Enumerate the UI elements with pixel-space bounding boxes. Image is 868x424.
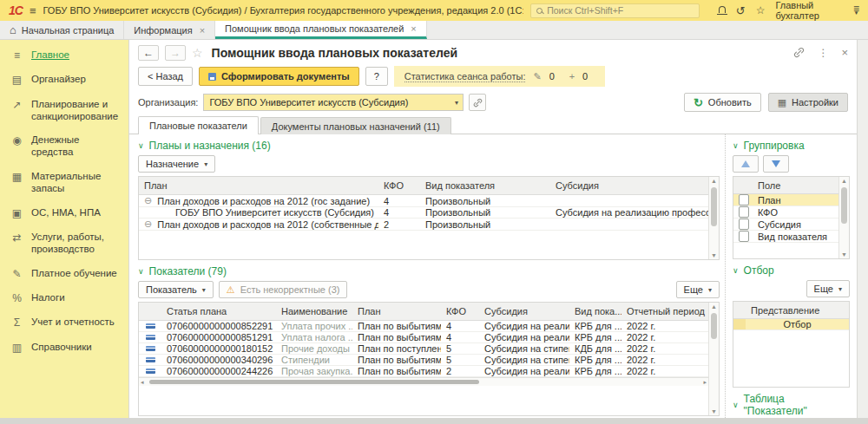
- indicator-cell: План по выбытиям (...: [352, 366, 441, 376]
- chevron-down-icon[interactable]: ▾: [450, 99, 463, 107]
- indicator-cell: КДБ для ...: [569, 343, 621, 354]
- back-arrow-button[interactable]: ←: [138, 45, 159, 61]
- checkbox-icon[interactable]: [739, 219, 749, 230]
- plans-section-header[interactable]: ∨ Планы и назначения (16): [138, 140, 720, 152]
- indicator-cell: План по выбытиям (...: [352, 355, 441, 365]
- plan-row[interactable]: ⊖План доходов и расходов на 2012 (гос за…: [139, 195, 708, 207]
- scroll-thumb[interactable]: [149, 380, 479, 384]
- sidebar-item[interactable]: ≡Главное: [0, 43, 128, 68]
- page-tab[interactable]: ⌂Начальная страница: [0, 21, 124, 39]
- indicator-cell: КРБ для ...: [569, 355, 621, 365]
- scroll-thumb[interactable]: [711, 187, 717, 226]
- get-link-icon[interactable]: [793, 47, 805, 58]
- indicator-row[interactable]: 07060000000000340296СтипендииПлан по выб…: [139, 355, 708, 366]
- sidebar-item[interactable]: ▦Материальные запасы: [0, 165, 128, 201]
- plans-table-header: ПланКФОВид показателяСубсидия: [139, 177, 708, 195]
- plans-vertical-scrollbar[interactable]: ▲ ▼: [708, 177, 719, 259]
- indicator-row[interactable]: 07060000000000851291Уплата налога ...Пла…: [139, 332, 708, 343]
- history-icon[interactable]: ↺: [736, 5, 746, 16]
- user-menu-icon[interactable]: ≡▾: [853, 6, 859, 15]
- column-header: КФО: [378, 180, 420, 191]
- content-tab[interactable]: Плановые показатели: [138, 116, 259, 134]
- page-tab[interactable]: Помощник ввода плановых показателей×: [215, 21, 427, 39]
- assignment-button[interactable]: Назначение▾: [138, 155, 215, 173]
- close-form-icon[interactable]: ×: [841, 46, 848, 59]
- checkbox-icon[interactable]: [739, 194, 749, 205]
- organizer-icon: ▤: [10, 74, 23, 86]
- grouping-vertical-scrollbar[interactable]: ▲ ▼: [838, 177, 849, 258]
- sidebar-item[interactable]: ▤Органайзер: [0, 68, 128, 92]
- sidebar-item[interactable]: ⇄Услуги, работы, производство: [0, 225, 128, 262]
- grouping-section-header[interactable]: ∨ Группировка: [733, 140, 850, 152]
- content-tab[interactable]: Документы плановых назначений (11): [260, 117, 451, 134]
- grouping-field-label: План: [754, 195, 838, 205]
- sidebar-item[interactable]: ΣУчет и отчетность: [0, 310, 128, 335]
- settings-panel: ∨ Группировка Поле ПланКФОСу: [725, 134, 857, 418]
- sidebar-item-label: Материальные запасы: [31, 171, 123, 195]
- scroll-thumb[interactable]: [841, 187, 847, 224]
- settings-button[interactable]: ▦ Настройки: [768, 93, 848, 112]
- grouping-row[interactable]: Вид показателя: [733, 231, 838, 243]
- document-header: ← → ☆ Помощник ввода плановых показателе…: [129, 40, 857, 62]
- table-settings-section-header[interactable]: ∨ Таблица "Показатели": [733, 393, 850, 417]
- move-down-button[interactable]: [763, 155, 789, 173]
- global-search-input[interactable]: Поиск Ctrl+Shift+F: [530, 3, 700, 18]
- sidebar-item-label: Главное: [31, 49, 69, 62]
- sidebar-item[interactable]: ▥Справочники: [0, 336, 128, 360]
- home-icon: ⌂: [10, 23, 16, 36]
- link-icon: [473, 98, 483, 108]
- sidebar-item[interactable]: ↗Планирование и санкционирование: [0, 93, 128, 129]
- more-button[interactable]: Еще▾: [676, 281, 720, 298]
- forward-arrow-button[interactable]: →: [165, 45, 186, 61]
- notifications-icon[interactable]: [719, 6, 726, 13]
- move-up-button[interactable]: [733, 155, 759, 173]
- organization-link-button[interactable]: [469, 94, 486, 111]
- incorrect-items-button[interactable]: ⚠ Есть некорректные (3): [219, 281, 348, 298]
- plan-row[interactable]: ГОБУ ВПО Университет искусств (Субсидия)…: [139, 207, 708, 219]
- checkbox-icon[interactable]: [739, 206, 749, 218]
- indicators-vertical-scrollbar[interactable]: ▲ ▼: [708, 303, 719, 415]
- sidebar-item[interactable]: ▣ОС, НМА, НПА: [0, 201, 128, 225]
- indicator-row[interactable]: 07060000000000852291Уплата прочих ...Пла…: [139, 321, 708, 332]
- grouping-row[interactable]: КФО: [733, 206, 838, 219]
- indicator-row[interactable]: 07060000000000244226Прочая закупка...Пла…: [139, 366, 708, 377]
- more-menu-icon[interactable]: ⋮: [818, 47, 828, 59]
- services-icon: ⇄: [10, 232, 23, 244]
- indicator-cell: Прочие доходы: [276, 343, 352, 354]
- grouping-row[interactable]: Субсидия: [733, 219, 838, 231]
- filter-section-header[interactable]: ∨ Отбор: [733, 264, 850, 277]
- favorite-star-icon[interactable]: ☆: [192, 46, 203, 60]
- indicator-button[interactable]: Показатель▾: [138, 281, 214, 298]
- generate-documents-button[interactable]: Сформировать документы: [199, 67, 359, 86]
- close-tab-icon[interactable]: ×: [200, 25, 205, 36]
- indicators-section-header[interactable]: ∨ Показатели (79): [138, 265, 720, 277]
- indicator-cell: 5: [441, 343, 479, 354]
- indicator-row[interactable]: 07060000000000180152Прочие доходыПлан по…: [139, 343, 708, 355]
- column-header: План: [352, 306, 441, 316]
- main-menu-icon[interactable]: ≡: [30, 4, 36, 17]
- indicators-horizontal-scrollbar[interactable]: ◂ ▸: [139, 377, 708, 386]
- close-tab-icon[interactable]: ×: [411, 23, 416, 34]
- tree-collapse-icon[interactable]: ⊖: [144, 219, 152, 230]
- sidebar-item[interactable]: ◉Денежные средства: [0, 128, 128, 165]
- help-button[interactable]: ?: [365, 67, 388, 86]
- filter-row[interactable]: Отбор: [733, 319, 849, 330]
- scroll-thumb[interactable]: [711, 313, 717, 339]
- current-user[interactable]: Главный бухгалтер: [775, 0, 843, 21]
- page-tab[interactable]: Информация×: [124, 21, 215, 39]
- tree-collapse-icon[interactable]: ⊖: [144, 195, 152, 206]
- organization-field[interactable]: ГОБУ ВПО Университет искусств (Субсидия)…: [203, 94, 464, 111]
- grouping-row[interactable]: План: [733, 194, 838, 206]
- checkbox-icon[interactable]: [739, 231, 749, 242]
- favorites-icon[interactable]: ☆: [756, 4, 766, 16]
- session-stats-link[interactable]: Статистика сеанса работы:: [404, 71, 526, 82]
- refresh-button[interactable]: ↻ Обновить: [684, 93, 761, 112]
- filter-more-button[interactable]: Еще▾: [806, 280, 850, 297]
- indicators-table-header: Статья планаНаименованиеПланКФОСубсидияВ…: [139, 303, 708, 321]
- indicator-cell: Уплата прочих ...: [276, 321, 352, 331]
- back-button[interactable]: < Назад: [138, 67, 193, 86]
- sidebar-item[interactable]: ✎Платное обучение: [0, 262, 128, 286]
- sidebar-item[interactable]: %Налоги: [0, 286, 128, 310]
- added-count: 0: [582, 71, 595, 82]
- plan-row[interactable]: ⊖План доходов и расходов на 2012 (собств…: [139, 219, 708, 231]
